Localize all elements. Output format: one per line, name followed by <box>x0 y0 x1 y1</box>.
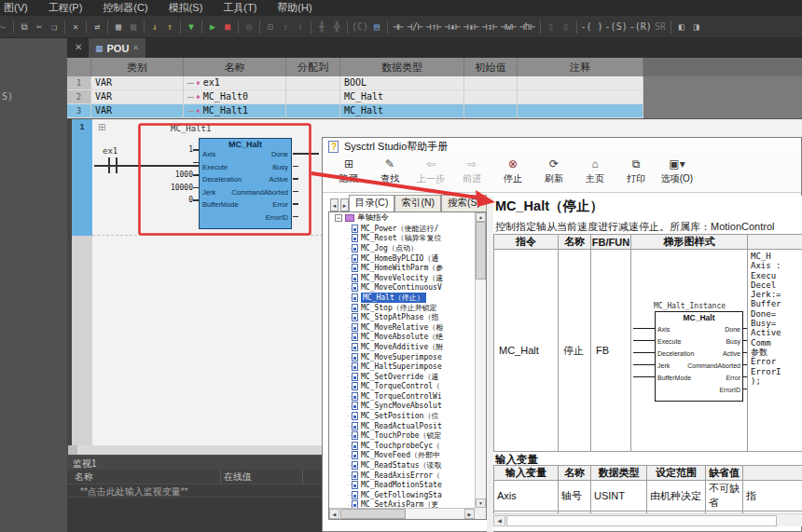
tree-item[interactable]: MC_MoveSuperimpose <box>329 352 475 362</box>
content-horizontal-scrollbar[interactable]: ◀ <box>493 513 802 526</box>
monitor-icon[interactable]: ◎ <box>242 21 256 32</box>
scroll-right-icon[interactable]: ▶ <box>464 509 475 519</box>
goto-icon[interactable]: ⊡ <box>264 21 277 32</box>
mc-halt-function-block[interactable]: MC_Halt AxisExecuteDecelerationJerkBuffe… <box>199 138 292 229</box>
output-pin[interactable]: CommandAborted <box>231 188 288 197</box>
network-add-icon[interactable]: ╫ <box>315 21 328 32</box>
tree-item[interactable]: MC_MoveAdditive（附 <box>329 342 475 352</box>
contact-updown-icon[interactable]: ⊣↕⊢ <box>481 21 498 32</box>
coil-set-icon[interactable]: -(S) <box>605 21 628 32</box>
coil-c-icon[interactable]: (C) <box>352 21 368 32</box>
tree-item[interactable]: MC_TorqueControl（ <box>329 382 475 392</box>
nav-tab[interactable]: 目录(C) <box>349 195 395 211</box>
tab-pou[interactable]: ▦ POU ✕ <box>89 38 145 58</box>
cell-datatype[interactable]: MC_Halt <box>340 104 464 118</box>
tree-item[interactable]: MC_StopAtPhase（指 <box>329 312 475 322</box>
scroll-down-icon[interactable]: ▼ <box>476 498 486 508</box>
help-toolbar-button[interactable]: ⇦ 上一步 <box>410 155 451 192</box>
tree-item[interactable]: MC_TorqueControlWi <box>329 391 475 402</box>
menu-item[interactable]: 工程(P) <box>38 0 93 16</box>
column-header[interactable]: 注释 <box>518 58 643 76</box>
help-toolbar-button[interactable]: ✎ 查找 <box>369 155 410 192</box>
tree-folder-single-axis[interactable]: − 单轴指令 <box>329 212 475 224</box>
upload-icon[interactable]: ⇑ <box>163 21 176 32</box>
scrollbar-thumb[interactable] <box>340 509 406 519</box>
menu-item[interactable]: 模拟(S) <box>159 0 214 16</box>
tree-item[interactable]: MC_HomeByPLCIO（通 <box>329 253 475 264</box>
tree-item[interactable]: MC_ReadStatus（读取 <box>329 460 475 471</box>
fb-box-icon[interactable]: ▯ <box>545 21 558 32</box>
table-row[interactable]: 2 VAR ♦MC_Halt0 MC_Halt <box>67 90 802 104</box>
contact-bar-left[interactable] <box>108 157 110 173</box>
tree-item[interactable]: MC_SetAxisParm（更 <box>329 500 475 508</box>
tree-horizontal-scrollbar[interactable]: ◀ ▶ <box>329 508 475 519</box>
contact-h-icon[interactable]: ⊣h⊢ <box>519 21 535 32</box>
scroll-up-icon[interactable]: ▲ <box>476 212 486 222</box>
scrollbar-thumb[interactable] <box>68 445 77 455</box>
input-value[interactable]: 1000 <box>150 171 193 180</box>
cell-initvalue[interactable] <box>464 90 518 104</box>
input-value[interactable]: 10000 <box>150 184 193 193</box>
tree-item[interactable]: MC_MoveVelocity（速 <box>329 273 475 283</box>
menu-item[interactable]: 控制器(C) <box>92 0 158 16</box>
cell-comment[interactable] <box>518 76 643 90</box>
cell-assign[interactable] <box>286 76 340 90</box>
tree-item[interactable]: MC_HaltSuperimpose <box>329 361 475 372</box>
output-pin[interactable]: ErrorID <box>266 213 288 222</box>
column-header[interactable]: 名称 <box>184 58 286 76</box>
tree-item[interactable]: MC_GetFollowingSta <box>329 490 475 500</box>
run-icon[interactable]: ▶ <box>206 21 219 32</box>
move-down-icon[interactable]: ⇩ <box>294 21 307 32</box>
menu-item[interactable]: 图(V) <box>0 0 38 16</box>
build-icon[interactable]: ▦ <box>112 21 125 32</box>
tree-item[interactable]: MC_HomeWithParm（参 <box>329 263 475 273</box>
contact-rising-icon[interactable]: ⊣↑⊢ <box>425 21 442 32</box>
cell-datatype[interactable]: MC_Halt <box>340 90 464 104</box>
instance-label[interactable]: MC_Halt1 <box>171 124 211 133</box>
help-toolbar-button[interactable]: ▣▾ 选项(O) <box>657 155 698 192</box>
cell-assign[interactable] <box>286 90 340 104</box>
cell-comment[interactable] <box>518 104 643 118</box>
input-pin[interactable]: Axis <box>202 150 215 158</box>
output-pin[interactable]: Active <box>270 175 288 184</box>
cell-comment[interactable] <box>518 90 643 104</box>
contact-no-icon[interactable]: ⊣⊢ <box>392 21 405 32</box>
tree-item[interactable]: MC_MoveFeed（外部中 <box>329 451 475 461</box>
tree-item[interactable]: MC_ReadMotionState <box>329 480 475 490</box>
cell-initvalue[interactable] <box>464 76 518 90</box>
scrollbar-thumb[interactable] <box>476 222 486 280</box>
cell-name[interactable]: ♦MC_Halt0 <box>184 90 286 104</box>
contact-n-icon[interactable]: ⊣⇟⊢ <box>463 21 479 32</box>
expander-icon[interactable]: − <box>335 214 342 222</box>
tree-item[interactable]: MC_SetPosition（位 <box>329 411 475 421</box>
tree-item[interactable]: MC_Stop（停止并锁定 <box>329 303 475 313</box>
tree-item[interactable]: MC_TouchprobeCyc（ <box>329 441 475 451</box>
coil-out-icon[interactable]: -( ) <box>581 21 603 32</box>
input-value[interactable] <box>150 158 193 168</box>
fb-box2-icon[interactable]: ▯ <box>560 21 573 32</box>
tree-item[interactable]: MC_TouchProbe（锁定 <box>329 430 475 441</box>
cell-category[interactable]: VAR <box>91 76 184 90</box>
contact-w-icon[interactable]: ⊣w⊢ <box>500 21 517 32</box>
tree-item[interactable]: MC_MoveRelative（相 <box>329 322 475 333</box>
tree-vertical-scrollbar[interactable]: ▲ ▼ <box>475 212 486 508</box>
watch-col-online[interactable]: 在线值 <box>224 471 252 484</box>
tree-item[interactable]: MC_SetOverride（速 <box>329 372 475 382</box>
tab-close-icon[interactable]: ✕ <box>132 44 139 52</box>
help-toolbar-button[interactable]: ⌂ 主页 <box>574 155 615 192</box>
stop-icon[interactable]: ■ <box>221 21 234 32</box>
column-header[interactable]: 初始值 <box>464 58 518 76</box>
tab-scroll-left-icon[interactable]: ◂ <box>330 198 339 211</box>
cell-name[interactable]: ♦ex1 <box>184 76 286 90</box>
close-icon[interactable]: ✕ <box>75 42 82 52</box>
tree-item[interactable]: MC_ReadActualPosit <box>329 421 475 431</box>
cell-assign[interactable] <box>286 104 340 118</box>
insert-block-icon[interactable]: ▤ <box>370 21 383 32</box>
help-toolbar-button[interactable]: ⊗ 停止 <box>492 155 533 192</box>
editor-horizontal-scrollbar[interactable] <box>68 445 323 455</box>
help-toolbar-button[interactable]: ⧉ 打印 <box>615 155 657 192</box>
help-toolbar-button[interactable]: ⇨ 前进 <box>451 155 492 192</box>
input-pin[interactable]: BufferMode <box>202 200 239 209</box>
input-pin[interactable]: Execute <box>202 163 228 171</box>
help-toolbar-button[interactable]: ⟳ 刷新 <box>533 155 574 192</box>
